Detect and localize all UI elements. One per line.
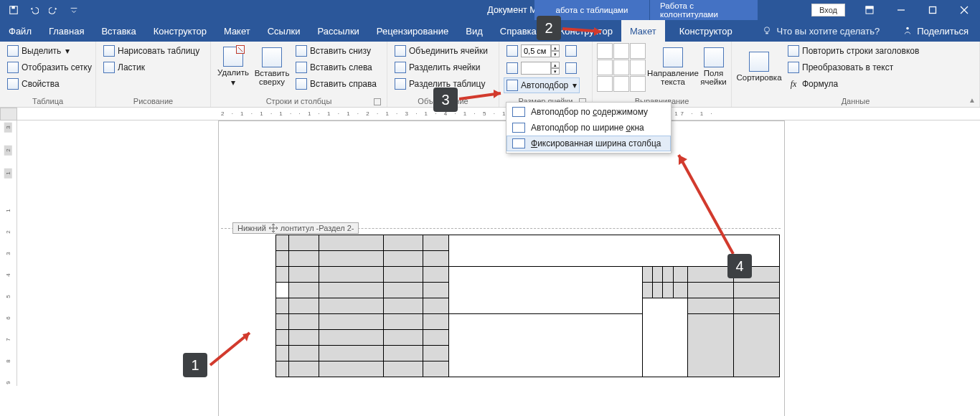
autofit-contents-icon (512, 107, 525, 117)
cell-margins-button[interactable]: Поля ячейки (700, 43, 727, 90)
ribbon-tabstrip: Файл Главная Вставка Конструктор Макет С… (0, 20, 980, 42)
ribbon-display-icon[interactable] (854, 0, 885, 20)
tell-me-search[interactable]: Что вы хотите сделать? (750, 20, 891, 42)
select-label: Выделить (22, 46, 61, 56)
split-cells-button[interactable]: Разделить ячейки (392, 60, 491, 75)
svg-rect-3 (866, 6, 873, 9)
properties-button[interactable]: Свойства (4, 76, 95, 92)
col-width-field[interactable]: ▴▾ (504, 60, 580, 76)
footer-section-flag[interactable]: Нижний лонтитул -Раздел 2- (232, 222, 359, 234)
svg-marker-15 (494, 90, 501, 98)
signin-button[interactable]: Вход (811, 4, 845, 16)
insert-below-label: Вставить снизу (310, 46, 371, 56)
arrow-1 (207, 326, 264, 369)
convert-to-text-button[interactable]: Преобразовать в текст (785, 60, 922, 75)
undo-icon[interactable] (24, 1, 43, 19)
share-icon (903, 26, 913, 36)
group-table: Выделить▾ Отобразить сетку Свойства Табл… (0, 42, 96, 107)
document-canvas[interactable]: Нижний лонтитул -Раздел 2- (17, 120, 980, 416)
fixed-width-item[interactable]: Фиксированная ширина столбца (507, 136, 671, 151)
insert-right-icon (296, 78, 307, 90)
contextual-tabs: абота с таблицами Работа с колонтитулами… (534, 0, 980, 20)
callout-4: 4 (727, 254, 752, 278)
insert-above-button[interactable]: Вставить сверху (254, 43, 290, 90)
text-direction-label: Направление текста (647, 69, 699, 86)
text-direction-icon (663, 47, 683, 67)
insert-left-button[interactable]: Вставить слева (293, 60, 380, 75)
autofit-window-icon (512, 123, 525, 133)
autofit-button[interactable]: Автоподбор▾ (504, 77, 580, 93)
tab-design[interactable]: Конструктор (145, 20, 215, 42)
autofit-contents-item[interactable]: Автоподбор по содержимому (507, 104, 671, 120)
qat-dropdown-icon[interactable] (65, 1, 83, 19)
repeat-header-label: Повторить строки заголовков (802, 46, 919, 56)
tab-header-design[interactable]: Конструктор (671, 20, 741, 42)
horizontal-ruler[interactable]: 2 · 1 · 1 · 1 · · 1 · 1 · 1 · 2 · 1 · 3 … (17, 108, 980, 120)
view-gridlines-button[interactable]: Отобразить сетку (4, 60, 95, 75)
vertical-ruler[interactable]: 321123456789 (0, 120, 17, 386)
formula-button[interactable]: fxФормула (785, 76, 922, 92)
insert-above-label: Вставить сверху (254, 69, 290, 86)
select-button[interactable]: Выделить▾ (4, 43, 95, 59)
insert-right-label: Вставить справа (310, 79, 377, 89)
group-cell-size: ▴▾ ▴▾ Автоподбор▾ Размер ячейки (499, 42, 593, 107)
arrow-2 (561, 22, 613, 39)
save-icon[interactable] (4, 1, 23, 19)
rows-cols-launcher-icon[interactable] (374, 98, 381, 105)
tab-file[interactable]: Файл (0, 20, 40, 42)
tell-me-label: Что вы хотите сделать? (776, 26, 880, 37)
tab-home[interactable]: Главная (40, 20, 93, 42)
collapse-ribbon-icon[interactable]: ▲ (969, 96, 976, 104)
draw-table-button[interactable]: Нарисовать таблицу (100, 43, 202, 59)
sort-button[interactable]: Сортировка (736, 43, 782, 90)
share-label: Поделиться (917, 26, 969, 37)
convert-text-label: Преобразовать в текст (802, 62, 893, 72)
redo-icon[interactable] (44, 1, 63, 19)
workspace: 321123456789 2 · 1 · 1 · 1 · · 1 · 1 · 1… (0, 108, 980, 416)
group-rows-columns: Удалить▾ Вставить сверху Вставить снизу … (211, 42, 387, 107)
distribute-cols-icon[interactable] (565, 62, 577, 74)
text-direction-button[interactable]: Направление текста (649, 43, 697, 90)
close-icon[interactable] (948, 0, 980, 20)
cursor-icon (7, 45, 19, 57)
col-width-input[interactable] (521, 62, 551, 75)
repeat-header-icon (788, 45, 799, 57)
footer-flag-text-1: Нижний (237, 224, 266, 232)
insert-left-icon (296, 62, 307, 73)
fixed-width-label: Фиксированная ширина столбца (531, 138, 661, 148)
callout-2: 2 (537, 16, 561, 40)
share-button[interactable]: Поделиться (891, 20, 980, 42)
eraser-label: Ластик (118, 62, 145, 72)
distribute-rows-icon[interactable] (565, 45, 577, 57)
tab-mailings[interactable]: Рассылки (308, 20, 367, 42)
row-height-input[interactable] (521, 44, 551, 57)
insert-below-button[interactable]: Вставить снизу (293, 43, 380, 59)
eraser-button[interactable]: Ластик (100, 60, 202, 75)
minimize-icon[interactable] (885, 0, 917, 20)
sort-icon (749, 52, 769, 72)
tab-insert[interactable]: Вставка (93, 20, 144, 42)
autofit-window-item[interactable]: Автоподбор по ширине окна (507, 120, 671, 136)
arrow-3 (458, 86, 512, 103)
quick-access-toolbar (4, 1, 83, 19)
row-height-icon (507, 45, 518, 57)
merge-cells-button[interactable]: Объединить ячейки (392, 43, 491, 59)
col-width-spinner[interactable]: ▴▾ (551, 62, 560, 75)
delete-button[interactable]: Удалить▾ (215, 43, 251, 90)
row-height-field[interactable]: ▴▾ (504, 43, 580, 59)
tab-review[interactable]: Рецензирование (368, 20, 457, 42)
autofit-window-label: Автоподбор по ширине окна (531, 123, 644, 133)
tab-table-layout[interactable]: Макет (621, 20, 665, 42)
maximize-icon[interactable] (917, 0, 948, 20)
alignment-grid[interactable] (597, 43, 646, 92)
row-height-spinner[interactable]: ▴▾ (551, 44, 560, 57)
insert-right-button[interactable]: Вставить справа (293, 76, 380, 92)
repeat-header-button[interactable]: Повторить строки заголовков (785, 43, 922, 59)
tab-view[interactable]: Вид (457, 20, 491, 42)
context-tab-header-tools: Работа с колонтитулами (650, 0, 758, 20)
autofit-contents-label: Автоподбор по содержимому (531, 107, 648, 117)
tab-layout[interactable]: Макет (215, 20, 259, 42)
cell-margins-label: Поля ячейки (700, 69, 727, 86)
tab-references[interactable]: Ссылки (259, 20, 309, 42)
delete-table-icon (223, 47, 243, 67)
